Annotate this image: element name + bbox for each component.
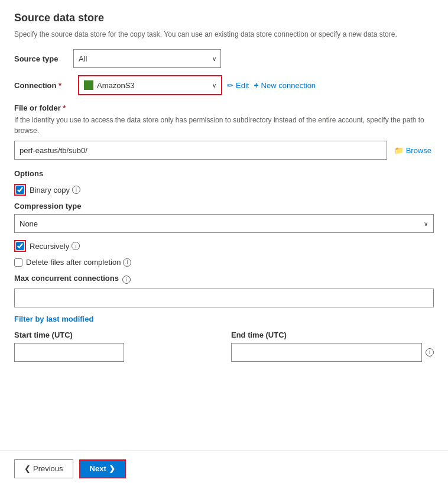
binary-copy-info-icon[interactable]: i <box>72 186 80 194</box>
edit-connection-link[interactable]: ✏ Edit <box>227 81 249 90</box>
browse-label: Browse <box>406 146 431 155</box>
connection-display[interactable]: AmazonS3 ∨ <box>79 76 221 94</box>
file-path-input[interactable] <box>14 141 387 160</box>
page-description: Specify the source data store for the co… <box>14 29 434 40</box>
connection-chevron-icon: ∨ <box>212 82 216 89</box>
browse-button[interactable]: 📁 Browse <box>392 144 434 157</box>
source-type-label: Source type <box>14 54 73 63</box>
end-time-input[interactable] <box>231 343 422 362</box>
start-time-input[interactable] <box>14 343 124 362</box>
recursively-row: Recursively i <box>14 240 434 252</box>
new-connection-label: New connection <box>261 81 316 90</box>
delete-files-checkbox[interactable] <box>14 258 22 267</box>
binary-copy-checkbox[interactable] <box>16 186 24 194</box>
binary-copy-label: Binary copy i <box>30 186 80 195</box>
delete-files-row: Delete files after completion i <box>14 258 434 267</box>
compression-label: Compression type <box>14 202 434 210</box>
end-time-label: End time (UTC) <box>231 331 434 339</box>
next-button[interactable]: Next ❯ <box>79 459 126 478</box>
plus-icon: + <box>254 80 258 90</box>
start-time-label: Start time (UTC) <box>14 331 217 339</box>
delete-files-info-icon[interactable]: i <box>123 258 131 267</box>
recursively-info-icon[interactable]: i <box>72 242 80 250</box>
connection-select-wrapper: AmazonS3 ∨ <box>78 75 222 95</box>
max-concurrent-info-icon[interactable]: i <box>122 276 131 284</box>
edit-label: Edit <box>236 81 249 90</box>
delete-files-label: Delete files after completion i <box>26 258 131 267</box>
connection-label: Connection <box>14 81 73 90</box>
prev-chevron-icon: ❮ <box>24 464 31 473</box>
file-folder-label: File or folder <box>14 103 434 112</box>
max-concurrent-input[interactable] <box>14 289 434 307</box>
max-concurrent-label: Max concurrent connections <box>14 274 119 283</box>
connection-value: AmazonS3 <box>97 81 135 90</box>
binary-copy-outline <box>14 184 26 196</box>
footer-bar: ❮ Previous Next ❯ <box>0 451 448 486</box>
filter-title: Filter by last modified <box>14 315 434 323</box>
next-chevron-icon: ❯ <box>109 464 115 473</box>
pencil-icon: ✏ <box>227 81 233 90</box>
folder-icon: 📁 <box>394 146 404 155</box>
previous-label: Previous <box>33 464 63 473</box>
end-time-info-icon[interactable]: i <box>426 348 434 357</box>
options-title: Options <box>14 169 434 178</box>
amazon-s3-icon <box>84 80 93 90</box>
recursively-outline <box>14 240 26 252</box>
file-folder-help: If the identity you use to access the da… <box>14 115 434 136</box>
recursively-checkbox[interactable] <box>16 242 24 250</box>
next-label: Next <box>90 464 106 473</box>
new-connection-link[interactable]: + New connection <box>254 80 316 90</box>
source-type-select[interactable]: All Azure Blob Storage Amazon S3 HTTP <box>73 49 221 68</box>
compression-select[interactable]: None GZip Deflate ZipDeflate Bzip2 <box>14 214 434 233</box>
binary-copy-row: Binary copy i <box>14 184 434 196</box>
recursively-label: Recursively i <box>30 242 80 251</box>
previous-button[interactable]: ❮ Previous <box>14 459 73 478</box>
page-title: Source data store <box>14 12 434 24</box>
